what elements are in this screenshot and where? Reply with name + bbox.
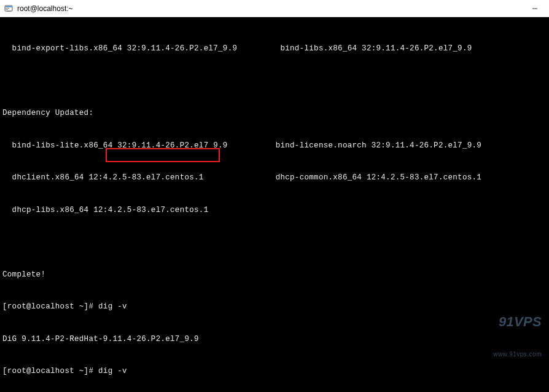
terminal-output[interactable]: bind-export-libs.x86_64 32:9.11.4-26.P2.… — [0, 17, 549, 392]
svg-rect-2 — [6, 8, 9, 9]
terminal-line: Complete! — [2, 270, 547, 281]
svg-rect-3 — [6, 9, 8, 10]
terminal-line — [2, 237, 547, 248]
terminal-line: [root@localhost ~]# dig -v — [2, 366, 547, 377]
terminal-line: bind-export-libs.x86_64 32:9.11.4-26.P2.… — [2, 44, 547, 55]
terminal-line: dhclient.x86_64 12:4.2.5-83.el7.centos.1… — [2, 173, 547, 184]
terminal-line: dhcp-libs.x86_64 12:4.2.5-83.el7.centos.… — [2, 205, 547, 216]
minimize-button[interactable] — [521, 0, 549, 17]
terminal-line: [root@localhost ~]# dig -v — [2, 302, 547, 313]
window-controls — [521, 0, 549, 17]
watermark-logo: 91VPS — [493, 316, 542, 327]
watermark-url: www.91vps.com — [493, 349, 542, 360]
window-title: root@localhost:~ — [17, 4, 73, 13]
svg-rect-4 — [7, 11, 10, 12]
terminal-line — [2, 76, 547, 87]
terminal-line: Dependency Updated: — [2, 108, 547, 119]
svg-rect-1 — [6, 6, 12, 7]
app-icon — [4, 4, 14, 14]
terminal-line: bind-libs-lite.x86_64 32:9.11.4-26.P2.el… — [2, 141, 547, 152]
terminal-line: DiG 9.11.4-P2-RedHat-9.11.4-26.P2.el7_9.… — [2, 334, 547, 345]
titlebar: root@localhost:~ — [0, 0, 549, 17]
